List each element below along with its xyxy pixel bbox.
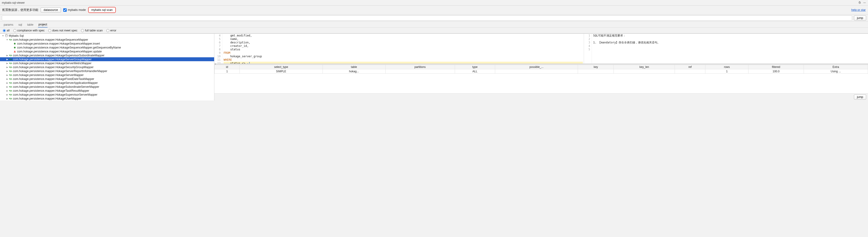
- toolbar-left: 配置数据源，使用更多功能 datasource mybatis mode myb…: [2, 7, 116, 13]
- chevron-icon[interactable]: ▶: [6, 54, 8, 57]
- tab-table[interactable]: table: [27, 22, 34, 28]
- filter-not-meet[interactable]: does not meet spec: [48, 29, 77, 32]
- tree-item[interactable]: ▶SQLcom.hokage.persistence.mapper.Hokage…: [0, 81, 214, 85]
- bug-icon: [12, 42, 17, 45]
- chevron-icon[interactable]: ▶: [6, 66, 8, 68]
- tree-item[interactable]: ▶SQLcom.hokage.persistence.mapper.Hokage…: [0, 69, 214, 73]
- window-title: mybatis-sql-viewer: [2, 1, 25, 4]
- mybatis-mode-input[interactable]: [63, 8, 67, 12]
- jump-button[interactable]: jump: [854, 16, 866, 21]
- help-link[interactable]: help or star: [851, 8, 866, 11]
- table-header[interactable]: table: [322, 65, 385, 69]
- table-header[interactable]: ref: [675, 65, 705, 69]
- sql-icon: SQL: [8, 38, 13, 41]
- table-header[interactable]: rows: [705, 65, 748, 69]
- table-header[interactable]: key_len: [614, 65, 675, 69]
- tree-item[interactable]: ▶SQLcom.hokage.persistence.mapper.Hokage…: [0, 96, 214, 100]
- table-header[interactable]: filtered: [748, 65, 804, 69]
- tree-item[interactable]: ▶SQLcom.hokage.persistence.mapper.Hokage…: [0, 57, 214, 61]
- chevron-icon[interactable]: ▶: [6, 58, 8, 61]
- chevron-icon[interactable]: ▶: [6, 90, 8, 92]
- mybatis-mode-checkbox[interactable]: mybatis mode: [63, 8, 86, 12]
- chevron-icon[interactable]: ▶: [6, 97, 8, 100]
- tree-item[interactable]: ▶SQLcom.hokage.persistence.mapper.Hokage…: [0, 89, 214, 93]
- tree-item[interactable]: ▼SQLcom.hokage.persistence.mapper.Hokage…: [0, 38, 214, 41]
- chevron-icon[interactable]: ▶: [6, 82, 8, 84]
- table-header-row: idselect_typetablepartitionstypepossible…: [215, 65, 868, 69]
- tree-root[interactable]: ▼ Mybatis Sql: [0, 34, 214, 38]
- jump-row: jump: [0, 14, 868, 22]
- minimize-icon[interactable]: [863, 1, 866, 4]
- svg-point-3: [14, 47, 16, 48]
- titlebar-icons: [858, 1, 866, 4]
- mapper-tree[interactable]: ▼ Mybatis Sql ▼SQLcom.hokage.persistence…: [0, 34, 214, 100]
- sql-icon: SQL: [8, 86, 13, 88]
- filter-error[interactable]: error: [106, 29, 116, 32]
- tree-item[interactable]: ▶SQLcom.hokage.persistence.mapper.Hokage…: [0, 77, 214, 81]
- table-header[interactable]: Extra: [804, 65, 868, 69]
- tree-item-label: com.hokage.persistence.mapper.HokageSequ…: [13, 38, 88, 41]
- sql-icon: SQL: [8, 58, 13, 60]
- tree-item[interactable]: ▶SQLcom.hokage.persistence.mapper.Hokage…: [0, 61, 214, 65]
- chevron-icon[interactable]: ▶: [6, 78, 8, 80]
- tree-item-label: com.hokage.persistence.mapper.HokageFixe…: [13, 78, 94, 81]
- gear-icon[interactable]: [858, 1, 861, 4]
- tree-item-label: com.hokage.persistence.mapper.HokageServ…: [13, 81, 98, 85]
- sql-icon: SQL: [8, 90, 13, 92]
- tree-item-label: com.hokage.persistence.mapper.HokageSecu…: [13, 66, 94, 69]
- chevron-icon[interactable]: ▶: [6, 86, 8, 88]
- code-lines: gmt_modified, name, description, creator…: [222, 34, 584, 63]
- right-top: 456789101112 gmt_modified, name, descrip…: [214, 34, 868, 64]
- sql-icon: SQL: [8, 70, 13, 72]
- chevron-icon[interactable]: ▶: [6, 70, 8, 72]
- tree-item[interactable]: ▶SQLcom.hokage.persistence.mapper.Hokage…: [0, 53, 214, 57]
- mybatis-sql-scan-button[interactable]: mybatis sql scan: [88, 7, 116, 13]
- table-row[interactable]: 1SIMPLEhokag...ALL1100.0Using ...: [215, 69, 868, 74]
- tree-item[interactable]: ▶SQLcom.hokage.persistence.mapper.Hokage…: [0, 85, 214, 89]
- chevron-icon[interactable]: ▶: [6, 74, 8, 76]
- table-header[interactable]: type: [455, 65, 495, 69]
- table-header[interactable]: key: [578, 65, 614, 69]
- bug-icon: [12, 46, 17, 49]
- jump-input[interactable]: [2, 16, 852, 21]
- svg-rect-4: [14, 51, 15, 52]
- tree-item[interactable]: com.hokage.persistence.mapper.HokageSequ…: [0, 41, 214, 46]
- tree-item[interactable]: ▶SQLcom.hokage.persistence.mapper.Hokage…: [0, 93, 214, 96]
- jump-button-bottom[interactable]: jump: [854, 94, 866, 99]
- tree-item[interactable]: ▶SQLcom.hokage.persistence.mapper.Hokage…: [0, 73, 214, 77]
- sql-icon: SQL: [8, 78, 13, 80]
- filter-all[interactable]: all: [3, 29, 10, 32]
- line-gutter: 456789101112: [214, 34, 222, 63]
- tree-item-label: com.hokage.persistence.mapper.HokageServ…: [13, 58, 92, 61]
- tree-item[interactable]: ▶SQLcom.hokage.persistence.mapper.Hokage…: [0, 65, 214, 69]
- chevron-icon[interactable]: ▶: [6, 94, 8, 96]
- filter-full-scan[interactable]: full table scan: [81, 29, 102, 32]
- mybatis-mode-label: mybatis mode: [68, 8, 86, 11]
- tree-item-label: com.hokage.persistence.mapper.HokageSubo…: [13, 85, 99, 88]
- tab-params[interactable]: params: [3, 22, 14, 28]
- table-header[interactable]: select_type: [240, 65, 323, 69]
- tree-item-label: com.hokage.persistence.mapper.HokageUser…: [13, 97, 81, 100]
- tree-item[interactable]: com.hokage.persistence.mapper.HokageSequ…: [0, 50, 214, 53]
- chevron-down-icon[interactable]: ▼: [2, 35, 4, 37]
- filter-compliance[interactable]: compliance with spec: [13, 29, 45, 32]
- tab-sql[interactable]: sql: [18, 22, 23, 28]
- tree-item-label: com.hokage.persistence.mapper.HokageSequ…: [17, 50, 102, 53]
- datasource-button[interactable]: datasource: [41, 7, 61, 12]
- tree-item[interactable]: com.hokage.persistence.mapper.HokageSequ…: [0, 46, 214, 50]
- table-header[interactable]: id: [215, 65, 240, 69]
- database-icon: [4, 34, 9, 37]
- tab-project[interactable]: project: [38, 22, 48, 28]
- split-handle[interactable]: [214, 64, 868, 65]
- chevron-icon[interactable]: ▼: [6, 38, 8, 41]
- table-header[interactable]: partitions: [385, 65, 455, 69]
- sql-code-pane[interactable]: 456789101112 gmt_modified, name, descrip…: [214, 34, 584, 63]
- chevron-icon[interactable]: ▶: [6, 62, 8, 64]
- toolbar: 配置数据源，使用更多功能 datasource mybatis mode myb…: [0, 5, 868, 14]
- right-footer: jump: [214, 93, 868, 100]
- advice-pane[interactable]: 12345 SQL可能不满足规范要求： 1. 【mandatory】存在全表扫描…: [584, 34, 868, 63]
- table-cell: 1: [215, 69, 240, 74]
- table-header[interactable]: possible_...: [495, 65, 578, 69]
- advice-gutter: 12345: [584, 34, 592, 63]
- tree-item-label: com.hokage.persistence.mapper.HokageServ…: [13, 69, 107, 73]
